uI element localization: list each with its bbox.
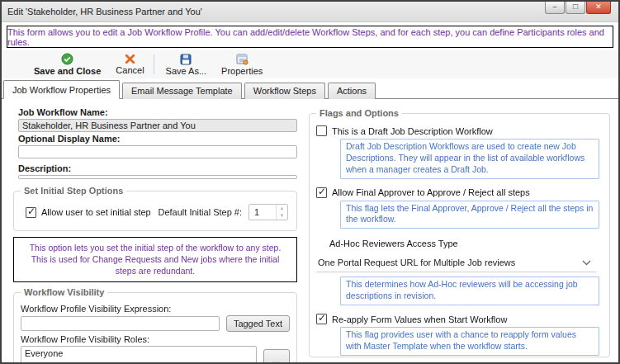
adhoc-access-type-value: One Portal Request URL for Multiple Job …: [318, 258, 515, 267]
toolbar-separator: [154, 54, 154, 74]
spinner-value: 1: [249, 205, 276, 220]
visibility-roles-label: Workflow Profile Visibility Roles:: [21, 334, 290, 344]
edit-workflow-dialog: Edit 'Stakeholder, HR Business Partner a…: [0, 0, 620, 364]
final-approver-checkbox[interactable]: [316, 187, 327, 198]
job-workflow-name-field[interactable]: [18, 119, 297, 132]
properties-icon: [236, 54, 248, 65]
initial-step-options-group: Set Initial Step Options Allow user to s…: [13, 191, 297, 231]
draft-workflow-checkbox[interactable]: [316, 125, 327, 136]
minimize-button[interactable]: [545, 2, 565, 14]
tab-workflow-steps[interactable]: Workflow Steps: [244, 83, 325, 99]
chevron-down-icon: [582, 260, 591, 266]
check-circle-icon: [61, 53, 73, 65]
final-approver-label: Allow Final Approver to Approve / Reject…: [332, 187, 530, 197]
save-as-button[interactable]: Save As...: [159, 53, 215, 77]
left-column: Job Workflow Name: Optional Display Name…: [13, 106, 297, 357]
spinner-up-icon[interactable]: ▲: [277, 205, 287, 212]
adhoc-access-type-dropdown[interactable]: One Portal Request URL for Multiple Job …: [316, 255, 596, 272]
properties-label: Properties: [221, 66, 263, 76]
allow-user-label: Allow user to set initial step: [41, 207, 151, 217]
description-label: Description:: [18, 163, 297, 173]
toolbar: Save and Close Cancel Save As... Propert…: [2, 50, 618, 78]
optional-display-name-label: Optional Display Name:: [18, 134, 297, 144]
info-banner-text: This form allows you to edit a Job Workf…: [7, 27, 613, 47]
window-title: Edit 'Stakeholder, HR Business Partner a…: [7, 7, 202, 17]
title-bar[interactable]: Edit 'Stakeholder, HR Business Partner a…: [2, 2, 618, 22]
draft-workflow-help-text: Draft Job Description Workflows are used…: [346, 141, 585, 174]
save-and-close-label: Save and Close: [34, 66, 101, 76]
job-workflow-name-label: Job Workflow Name:: [18, 107, 297, 117]
description-field[interactable]: Job Description Workflow: Stakeholder, H…: [18, 175, 297, 179]
save-as-label: Save As...: [166, 66, 207, 76]
close-button[interactable]: [586, 2, 611, 14]
tab-actions[interactable]: Actions: [328, 83, 376, 99]
initial-step-note: This option lets you set the initial ste…: [13, 237, 297, 282]
banner-wrap: This form allows you to edit a Job Workf…: [2, 22, 618, 50]
flags-and-options-title: Flags and Options: [316, 108, 402, 118]
cancel-button[interactable]: Cancel: [108, 53, 151, 76]
flags-and-options-group: Flags and Options This is a Draft Job De…: [309, 113, 610, 357]
minimize-icon: [552, 2, 556, 11]
spinner-arrows[interactable]: ▲ ▼: [276, 205, 287, 220]
initial-step-options-title: Set Initial Step Options: [21, 186, 126, 196]
adhoc-access-type-help-text: This determines how Ad-Hoc reviewers wil…: [346, 279, 578, 300]
final-approver-option[interactable]: Allow Final Approver to Approve / Reject…: [316, 187, 603, 198]
allow-user-checkbox[interactable]: [26, 207, 36, 218]
visibility-roles-row: Everyone ...: [21, 346, 290, 362]
cancel-label: Cancel: [116, 65, 144, 75]
default-initial-step-spinner[interactable]: 1 ▲ ▼: [248, 204, 288, 220]
draft-workflow-help: Draft Job Description Workflows are used…: [340, 139, 599, 179]
reapply-form-values-help: This flag provides user with a chance to…: [340, 327, 599, 356]
visibility-expression-field[interactable]: [21, 316, 220, 331]
final-approver-help-text: This flag lets the Final Approver, Appro…: [346, 203, 593, 225]
tagged-text-button[interactable]: Tagged Text: [226, 315, 290, 332]
window-controls: [545, 2, 611, 14]
maximize-icon: [573, 2, 578, 11]
cancel-x-icon: [125, 54, 135, 64]
optional-display-name-field[interactable]: [18, 145, 297, 158]
reapply-form-values-checkbox[interactable]: [316, 314, 327, 324]
final-approver-help: This flag lets the Final Approver, Appro…: [340, 201, 599, 229]
reapply-form-values-help-text: This flag provides user with a chance to…: [346, 329, 576, 351]
close-icon: [595, 2, 602, 11]
info-banner: This form allows you to edit a Job Workf…: [7, 26, 613, 48]
allow-user-set-initial-step[interactable]: Allow user to set initial step: [26, 207, 151, 218]
draft-workflow-option[interactable]: This is a Draft Job Description Workflow: [316, 125, 603, 136]
workflow-visibility-group: Workflow Visibility Workflow Profile Vis…: [13, 292, 297, 362]
initial-step-note-text: This option lets you set the initial ste…: [30, 243, 282, 276]
floppy-disk-icon: [180, 54, 192, 65]
adhoc-access-type-label: Ad-Hoc Reviewers Access Type: [329, 239, 603, 248]
maximize-button[interactable]: [566, 2, 585, 14]
right-column: Flags and Options This is a Draft Job De…: [309, 106, 612, 357]
visibility-roles-field[interactable]: Everyone: [21, 346, 257, 362]
default-initial-step-wrap: Default Initial Step #: 1 ▲ ▼: [158, 204, 288, 220]
reapply-form-values-label: Re-apply Form Values when Start Workflow: [332, 314, 507, 324]
visibility-expression-label: Workflow Profile Visibility Expression:: [21, 304, 290, 314]
tab-strip: Job Workflow Properties Email Message Te…: [2, 78, 618, 99]
tab-job-workflow-properties[interactable]: Job Workflow Properties: [3, 80, 120, 99]
draft-workflow-label: This is a Draft Job Description Workflow: [332, 126, 493, 136]
initial-step-row: Allow user to set initial step Default I…: [21, 201, 290, 224]
tab-page-content: Job Workflow Name: Optional Display Name…: [2, 99, 618, 362]
workflow-visibility-title: Workflow Visibility: [21, 287, 107, 297]
default-initial-step-label: Default Initial Step #:: [158, 207, 242, 217]
roles-browse-button[interactable]: ...: [263, 349, 290, 362]
properties-button[interactable]: Properties: [214, 53, 270, 77]
reapply-form-values-option[interactable]: Re-apply Form Values when Start Workflow: [316, 314, 603, 324]
spinner-down-icon[interactable]: ▼: [277, 212, 287, 220]
save-and-close-button[interactable]: Save and Close: [26, 52, 108, 77]
visibility-expression-row: Tagged Text: [21, 315, 290, 332]
adhoc-access-type-help: This determines how Ad-Hoc reviewers wil…: [340, 277, 599, 305]
tab-email-message-template[interactable]: Email Message Template: [122, 83, 242, 99]
